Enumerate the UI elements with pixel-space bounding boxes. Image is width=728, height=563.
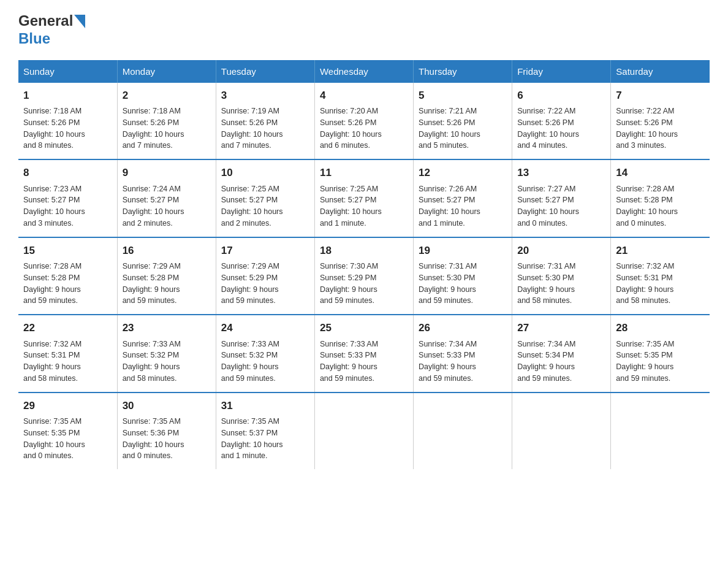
calendar-day-cell: 16Sunrise: 7:29 AMSunset: 5:28 PMDayligh…: [117, 237, 216, 315]
calendar-day-cell: 30Sunrise: 7:35 AMSunset: 5:36 PMDayligh…: [117, 393, 216, 470]
svg-marker-0: [74, 15, 85, 28]
day-info: Sunrise: 7:31 AMSunset: 5:30 PMDaylight:…: [419, 261, 507, 307]
day-info: Sunrise: 7:34 AMSunset: 5:34 PMDaylight:…: [517, 339, 605, 385]
calendar-week-row: 29Sunrise: 7:35 AMSunset: 5:35 PMDayligh…: [18, 393, 710, 470]
day-info: Sunrise: 7:22 AMSunset: 5:26 PMDaylight:…: [616, 105, 705, 151]
day-info: Sunrise: 7:30 AMSunset: 5:29 PMDaylight:…: [320, 261, 408, 307]
day-info: Sunrise: 7:18 AMSunset: 5:26 PMDaylight:…: [23, 105, 112, 151]
day-info: Sunrise: 7:18 AMSunset: 5:26 PMDaylight:…: [123, 105, 211, 151]
calendar-day-cell: 29Sunrise: 7:35 AMSunset: 5:35 PMDayligh…: [18, 393, 117, 470]
day-info: Sunrise: 7:23 AMSunset: 5:27 PMDaylight:…: [23, 183, 112, 229]
calendar-day-cell: 7Sunrise: 7:22 AMSunset: 5:26 PMDaylight…: [611, 83, 710, 160]
day-info: Sunrise: 7:35 AMSunset: 5:37 PMDaylight:…: [221, 416, 309, 462]
calendar-day-cell: 23Sunrise: 7:33 AMSunset: 5:32 PMDayligh…: [117, 315, 216, 393]
calendar-week-row: 1Sunrise: 7:18 AMSunset: 5:26 PMDaylight…: [18, 83, 710, 160]
header-saturday: Saturday: [611, 60, 710, 83]
day-number: 28: [616, 320, 705, 336]
calendar-day-cell: 12Sunrise: 7:26 AMSunset: 5:27 PMDayligh…: [414, 159, 512, 237]
calendar-day-cell: 1Sunrise: 7:18 AMSunset: 5:26 PMDaylight…: [18, 83, 117, 160]
day-info: Sunrise: 7:35 AMSunset: 5:36 PMDaylight:…: [123, 416, 211, 462]
calendar-day-cell: 6Sunrise: 7:22 AMSunset: 5:26 PMDaylight…: [512, 83, 611, 160]
day-number: 27: [517, 320, 605, 336]
calendar-day-cell: [611, 393, 710, 470]
calendar-day-cell: [512, 393, 611, 470]
calendar-day-cell: 14Sunrise: 7:28 AMSunset: 5:28 PMDayligh…: [611, 159, 710, 237]
calendar-day-cell: 20Sunrise: 7:31 AMSunset: 5:30 PMDayligh…: [512, 237, 611, 315]
logo-text: General Blue: [18, 12, 85, 48]
day-info: Sunrise: 7:21 AMSunset: 5:26 PMDaylight:…: [419, 105, 507, 151]
day-number: 22: [23, 320, 112, 336]
calendar-day-cell: 25Sunrise: 7:33 AMSunset: 5:33 PMDayligh…: [314, 315, 413, 393]
calendar-day-cell: 18Sunrise: 7:30 AMSunset: 5:29 PMDayligh…: [314, 237, 413, 315]
calendar-day-cell: 9Sunrise: 7:24 AMSunset: 5:27 PMDaylight…: [117, 159, 216, 237]
day-number: 1: [23, 88, 112, 104]
header-friday: Friday: [512, 60, 611, 83]
logo-triangle-icon: [74, 15, 85, 28]
calendar-day-cell: 26Sunrise: 7:34 AMSunset: 5:33 PMDayligh…: [414, 315, 512, 393]
day-info: Sunrise: 7:33 AMSunset: 5:32 PMDaylight:…: [221, 339, 309, 385]
calendar-day-cell: [414, 393, 512, 470]
header-thursday: Thursday: [414, 60, 512, 83]
day-number: 10: [221, 165, 309, 181]
day-number: 20: [517, 243, 605, 259]
calendar-day-cell: 11Sunrise: 7:25 AMSunset: 5:27 PMDayligh…: [314, 159, 413, 237]
day-number: 21: [616, 243, 705, 259]
day-number: 4: [320, 88, 408, 104]
day-number: 25: [320, 320, 408, 336]
day-info: Sunrise: 7:33 AMSunset: 5:33 PMDaylight:…: [320, 339, 408, 385]
day-info: Sunrise: 7:32 AMSunset: 5:31 PMDaylight:…: [23, 339, 112, 385]
day-number: 24: [221, 320, 309, 336]
calendar-day-cell: 15Sunrise: 7:28 AMSunset: 5:28 PMDayligh…: [18, 237, 117, 315]
calendar-week-row: 22Sunrise: 7:32 AMSunset: 5:31 PMDayligh…: [18, 315, 710, 393]
day-number: 15: [23, 243, 112, 259]
day-number: 11: [320, 165, 408, 181]
calendar-day-cell: 19Sunrise: 7:31 AMSunset: 5:30 PMDayligh…: [414, 237, 512, 315]
calendar-day-cell: 13Sunrise: 7:27 AMSunset: 5:27 PMDayligh…: [512, 159, 611, 237]
calendar-day-cell: 31Sunrise: 7:35 AMSunset: 5:37 PMDayligh…: [216, 393, 314, 470]
day-info: Sunrise: 7:28 AMSunset: 5:28 PMDaylight:…: [23, 261, 112, 307]
day-number: 6: [517, 88, 605, 104]
day-number: 19: [419, 243, 507, 259]
day-info: Sunrise: 7:29 AMSunset: 5:28 PMDaylight:…: [123, 261, 211, 307]
day-info: Sunrise: 7:19 AMSunset: 5:26 PMDaylight:…: [221, 105, 309, 151]
calendar-week-row: 15Sunrise: 7:28 AMSunset: 5:28 PMDayligh…: [18, 237, 710, 315]
day-info: Sunrise: 7:35 AMSunset: 5:35 PMDaylight:…: [23, 416, 112, 462]
header-wednesday: Wednesday: [314, 60, 413, 83]
day-number: 30: [123, 398, 211, 414]
calendar-table: SundayMondayTuesdayWednesdayThursdayFrid…: [18, 60, 710, 470]
day-info: Sunrise: 7:25 AMSunset: 5:27 PMDaylight:…: [320, 183, 408, 229]
day-info: Sunrise: 7:35 AMSunset: 5:35 PMDaylight:…: [616, 339, 705, 385]
day-number: 2: [123, 88, 211, 104]
day-info: Sunrise: 7:33 AMSunset: 5:32 PMDaylight:…: [123, 339, 211, 385]
day-number: 17: [221, 243, 309, 259]
day-info: Sunrise: 7:32 AMSunset: 5:31 PMDaylight:…: [616, 261, 705, 307]
calendar-day-cell: 28Sunrise: 7:35 AMSunset: 5:35 PMDayligh…: [611, 315, 710, 393]
calendar-day-cell: [314, 393, 413, 470]
header-tuesday: Tuesday: [216, 60, 314, 83]
calendar-day-cell: 24Sunrise: 7:33 AMSunset: 5:32 PMDayligh…: [216, 315, 314, 393]
day-number: 5: [419, 88, 507, 104]
logo: General Blue: [18, 12, 85, 48]
day-number: 12: [419, 165, 507, 181]
calendar-day-cell: 4Sunrise: 7:20 AMSunset: 5:26 PMDaylight…: [314, 83, 413, 160]
calendar-day-cell: 27Sunrise: 7:34 AMSunset: 5:34 PMDayligh…: [512, 315, 611, 393]
page-header: General Blue: [18, 12, 710, 48]
day-number: 8: [23, 165, 112, 181]
day-number: 31: [221, 398, 309, 414]
day-number: 23: [123, 320, 211, 336]
day-number: 18: [320, 243, 408, 259]
calendar-day-cell: 21Sunrise: 7:32 AMSunset: 5:31 PMDayligh…: [611, 237, 710, 315]
day-info: Sunrise: 7:26 AMSunset: 5:27 PMDaylight:…: [419, 183, 507, 229]
calendar-header-row: SundayMondayTuesdayWednesdayThursdayFrid…: [18, 60, 710, 83]
day-number: 29: [23, 398, 112, 414]
calendar-day-cell: 3Sunrise: 7:19 AMSunset: 5:26 PMDaylight…: [216, 83, 314, 160]
day-number: 9: [123, 165, 211, 181]
calendar-day-cell: 22Sunrise: 7:32 AMSunset: 5:31 PMDayligh…: [18, 315, 117, 393]
logo-blue-text: Blue: [18, 30, 50, 47]
calendar-day-cell: 5Sunrise: 7:21 AMSunset: 5:26 PMDaylight…: [414, 83, 512, 160]
day-info: Sunrise: 7:27 AMSunset: 5:27 PMDaylight:…: [517, 183, 605, 229]
day-number: 14: [616, 165, 705, 181]
calendar-day-cell: 2Sunrise: 7:18 AMSunset: 5:26 PMDaylight…: [117, 83, 216, 160]
calendar-week-row: 8Sunrise: 7:23 AMSunset: 5:27 PMDaylight…: [18, 159, 710, 237]
calendar-day-cell: 17Sunrise: 7:29 AMSunset: 5:29 PMDayligh…: [216, 237, 314, 315]
